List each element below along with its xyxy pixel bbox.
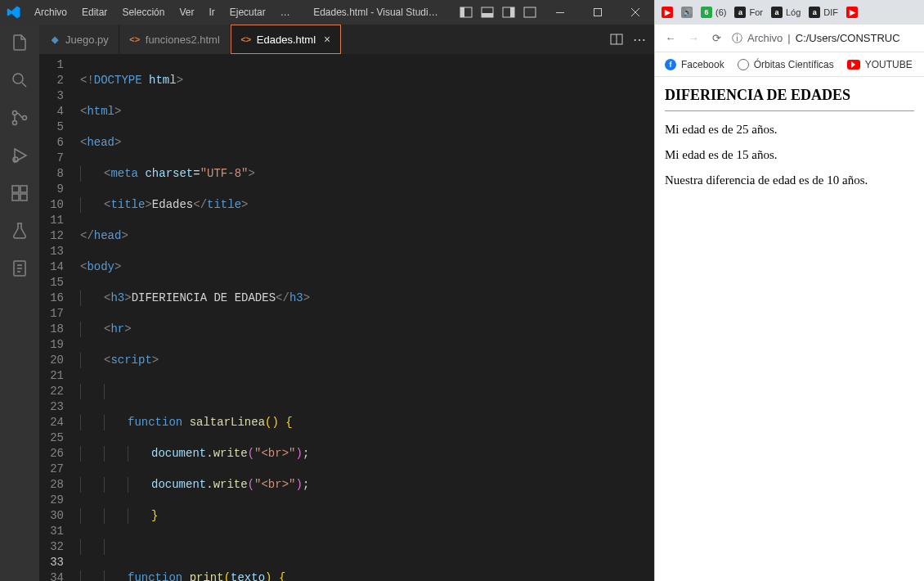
url-scheme: Archivo [747, 32, 783, 44]
youtube-icon [847, 60, 860, 70]
window-title: Edades.html - Visual Studi… [297, 7, 455, 18]
tab-juego-py[interactable]: ◆ Juego.py [39, 25, 119, 54]
svg-rect-6 [524, 7, 536, 17]
forward-icon[interactable]: → [686, 32, 701, 44]
browser-tab[interactable]: 🔊 [680, 7, 694, 18]
run-debug-icon[interactable] [8, 144, 31, 167]
titlebar: Archivo Editar Selección Ver Ir Ejecutar… [0, 0, 654, 25]
tab-label: Juego.py [65, 34, 109, 46]
site-icon: a [771, 7, 783, 18]
svg-rect-7 [556, 12, 564, 13]
testing-icon[interactable] [8, 219, 31, 242]
bookmark-facebook[interactable]: fFacebook [665, 59, 724, 70]
green-badge-icon: 6 [701, 7, 712, 18]
site-icon: a [809, 7, 820, 18]
minimap[interactable] [638, 54, 654, 581]
menu-ver[interactable]: Ver [173, 3, 200, 21]
output-line: Mi edad es de 25 años. [665, 123, 914, 137]
svg-rect-3 [482, 13, 493, 17]
html-file-icon: <> [129, 34, 141, 45]
info-icon: ⓘ [732, 31, 742, 46]
address-bar[interactable]: ⓘ Archivo | C:/Users/CONSTRUC [732, 31, 916, 46]
speaker-icon: 🔊 [681, 7, 693, 18]
menu-more[interactable]: … [274, 3, 297, 21]
extensions-icon[interactable] [8, 182, 31, 205]
svg-rect-5 [510, 7, 514, 17]
page-heading: DIFERIENCIA DE EDADES [665, 87, 914, 104]
activity-bar [0, 25, 39, 581]
globe-icon [738, 59, 749, 70]
bookmarks-bar: fFacebook Órbitas Científicas YOUTUBE [655, 52, 924, 77]
layout-panel-right-icon[interactable] [502, 6, 515, 19]
menu-ejecutar[interactable]: Ejecutar [223, 3, 272, 21]
svg-rect-16 [20, 194, 27, 200]
bookmark-youtube[interactable]: YOUTUBE [847, 59, 913, 70]
menu-ir[interactable]: Ir [202, 3, 221, 21]
menu-editar[interactable]: Editar [75, 3, 114, 21]
output-line: Mi edad es de 15 años. [665, 148, 914, 162]
page-content: DIFERIENCIA DE EDADES Mi edad es de 25 a… [655, 77, 924, 581]
browser-tab[interactable]: ▶ [845, 7, 859, 18]
layout-customize-icon[interactable] [523, 6, 536, 19]
youtube-icon: ▶ [662, 7, 673, 18]
layout-panel-bottom-icon[interactable] [481, 6, 494, 19]
tab-label: funciones2.html [146, 34, 220, 46]
reload-icon[interactable]: ⟳ [709, 32, 724, 44]
browser-window: ▶ 🔊 6(6) aFor aLóg aDIF ▶ ← → ⟳ ⓘ Archiv… [654, 0, 924, 581]
site-icon: a [734, 7, 746, 18]
tab-label: Edades.html [257, 34, 316, 46]
html-file-icon: <> [240, 34, 252, 45]
svg-point-10 [13, 111, 17, 115]
facebook-icon: f [665, 59, 676, 70]
svg-rect-17 [20, 186, 27, 192]
url-path: C:/Users/CONSTRUC [796, 32, 900, 44]
divider [665, 110, 914, 111]
browser-tab[interactable]: aLóg [769, 7, 802, 18]
svg-point-9 [13, 74, 23, 83]
browser-tab[interactable]: aDIF [807, 7, 840, 18]
svg-point-12 [23, 116, 27, 120]
menu-archivo[interactable]: Archivo [28, 3, 74, 21]
tab-funciones2-html[interactable]: <> funciones2.html [119, 25, 231, 54]
browser-tab[interactable]: ▶ [660, 7, 675, 18]
svg-rect-1 [460, 7, 464, 17]
tab-close-icon[interactable]: × [324, 33, 330, 46]
layout-panel-left-icon[interactable] [460, 6, 473, 19]
output-line: Nuestra diferencia de edad es de 10 años… [665, 173, 914, 187]
browser-tab[interactable]: aFor [733, 7, 765, 18]
python-file-icon: ◆ [49, 34, 61, 45]
window-minimize-button[interactable] [541, 0, 579, 25]
browser-toolbar: ← → ⟳ ⓘ Archivo | C:/Users/CONSTRUC [655, 25, 924, 52]
menu-seleccion[interactable]: Selección [115, 3, 171, 21]
code-content[interactable]: <!DOCTYPE html> <html> <head> <meta char… [78, 54, 638, 581]
vscode-logo-icon [7, 5, 21, 20]
editor-tabs: ◆ Juego.py <> funciones2.html <> Edades.… [39, 25, 654, 54]
svg-rect-14 [12, 186, 19, 192]
svg-rect-15 [12, 194, 19, 200]
references-icon[interactable] [8, 257, 31, 280]
window-close-button[interactable] [617, 0, 654, 25]
youtube-icon: ▶ [846, 7, 858, 18]
svg-point-11 [13, 121, 17, 125]
line-number-gutter: 1234567891011121314151617181920212223242… [39, 54, 78, 581]
search-icon[interactable] [8, 69, 31, 92]
tab-edades-html[interactable]: <> Edades.html × [231, 25, 341, 54]
split-editor-icon[interactable] [610, 33, 623, 46]
explorer-icon[interactable] [8, 31, 31, 54]
back-icon[interactable]: ← [663, 32, 678, 44]
svg-rect-8 [594, 9, 602, 16]
code-editor[interactable]: 1234567891011121314151617181920212223242… [39, 54, 654, 581]
bookmark-orbitas[interactable]: Órbitas Científicas [738, 59, 834, 70]
source-control-icon[interactable] [8, 106, 31, 129]
browser-tab[interactable]: 6(6) [699, 7, 728, 18]
browser-tabstrip: ▶ 🔊 6(6) aFor aLóg aDIF ▶ [655, 0, 924, 25]
window-maximize-button[interactable] [579, 0, 617, 25]
more-actions-icon[interactable]: ⋯ [633, 32, 646, 47]
